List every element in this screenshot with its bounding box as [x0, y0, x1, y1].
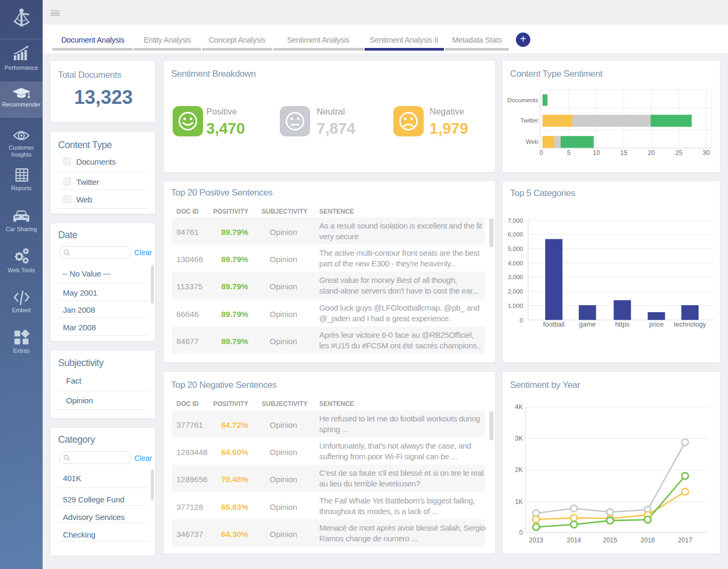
- svg-text:price: price: [649, 321, 664, 328]
- svg-text:2017: 2017: [678, 537, 692, 544]
- svg-text:3,000: 3,000: [508, 274, 523, 280]
- svg-text:2016: 2016: [641, 537, 655, 544]
- svg-text:2013: 2013: [529, 537, 544, 544]
- svg-text:20: 20: [648, 149, 655, 157]
- svg-text:0: 0: [539, 149, 543, 157]
- svg-text:https: https: [615, 321, 629, 328]
- svg-text:game: game: [579, 321, 596, 328]
- svg-text:10: 10: [593, 149, 600, 157]
- svg-text:3K: 3K: [515, 435, 523, 442]
- svg-text:5: 5: [567, 149, 571, 157]
- svg-text:15: 15: [620, 149, 628, 157]
- svg-text:25: 25: [675, 149, 683, 157]
- svg-text:football: football: [543, 321, 564, 328]
- svg-text:6,000: 6,000: [508, 231, 523, 238]
- svg-text:Twitter: Twitter: [520, 117, 538, 124]
- svg-text:4,000: 4,000: [508, 260, 523, 266]
- svg-text:2014: 2014: [567, 537, 581, 544]
- svg-text:0: 0: [520, 317, 523, 323]
- svg-text:technology: technology: [674, 321, 706, 328]
- svg-text:5,000: 5,000: [508, 246, 523, 252]
- svg-text:7,000: 7,000: [508, 217, 523, 224]
- svg-text:Documents: Documents: [507, 97, 538, 103]
- svg-text:2K: 2K: [515, 466, 523, 474]
- svg-text:4K: 4K: [515, 403, 523, 411]
- svg-text:Web: Web: [526, 139, 538, 145]
- svg-text:1K: 1K: [515, 498, 523, 506]
- svg-text:2,000: 2,000: [508, 288, 523, 295]
- svg-text:1,000: 1,000: [508, 303, 523, 309]
- svg-text:30: 30: [703, 149, 710, 157]
- svg-text:2015: 2015: [603, 537, 617, 544]
- svg-text:0: 0: [519, 529, 523, 537]
